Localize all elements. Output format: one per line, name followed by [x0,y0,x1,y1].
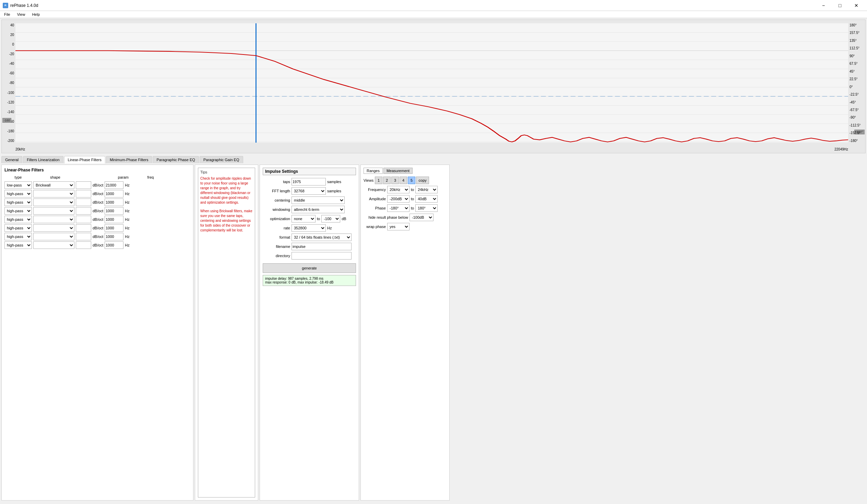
filter-type-6[interactable]: high-pass [4,233,32,240]
phase-label: Phase [364,206,386,210]
filter-shape-6[interactable] [33,233,74,240]
centering-select[interactable]: middle use closest perfect impulse [291,196,345,204]
filter-shape-2[interactable] [33,199,74,206]
close-button[interactable]: ✕ [848,0,864,11]
filename-input[interactable] [291,243,352,250]
left-marker[interactable]: -160 [2,118,11,123]
amp-from-select[interactable]: -200dB [387,195,409,203]
directory-input[interactable] [291,252,352,259]
filter-freq-5[interactable] [105,224,124,232]
filter-shape-5[interactable] [33,224,74,232]
tab-ranges[interactable]: Ranges [364,168,383,174]
optimization-label: optimization [263,217,290,221]
tab-filters-linearization[interactable]: Filters Linearization [23,156,63,163]
filter-type-3[interactable]: high-pass [4,207,32,215]
filter-type-4[interactable]: high-pass [4,216,32,223]
taps-input[interactable]: 1975 [291,178,326,185]
filter-freq-0[interactable] [105,181,124,189]
filter-freq-3[interactable] [105,207,124,215]
frequency-row: Frequency 20kHz to 24kHz [364,186,447,193]
window-title: rePhase 1.4.0d [10,3,38,8]
filter-param-1[interactable] [76,190,91,197]
filter-shape-7[interactable] [33,242,74,249]
freq-from-select[interactable]: 20kHz [387,186,409,193]
view-btn-4[interactable]: 4 [399,176,407,184]
filter-type-0[interactable]: low-pass [4,181,32,189]
filter-param-7[interactable] [76,242,91,249]
view-btn-copy[interactable]: copy [416,176,429,184]
tab-paragraphic-gain-eq[interactable]: Paragraphic Gain EQ [200,156,243,163]
filter-freq-4[interactable] [105,216,124,223]
view-btn-2[interactable]: 2 [383,176,390,184]
filter-param-5[interactable] [76,224,91,232]
filter-type-7[interactable]: high-pass [4,242,32,249]
graph-area[interactable] [15,23,848,143]
filter-param-2[interactable] [76,199,91,206]
tabs-bar: General Filters Linearization Linear-Pha… [0,154,867,163]
view-btn-5[interactable]: 5 [408,176,415,184]
fft-select[interactable]: 32768 [291,187,326,195]
optimization-db-unit: dB [342,217,346,221]
filter-type-5[interactable]: high-pass [4,224,32,232]
y-axis-left: 40 20 0 -20 -40 -60 -80 -100 -120 -140 -… [2,23,15,143]
minimize-button[interactable]: − [815,0,831,11]
tab-paragraphic-phase-eq[interactable]: Paragraphic Phase EQ [153,156,199,163]
filter-freq-2[interactable] [105,199,124,206]
tab-minimum-phase-filters[interactable]: Minimum-Phase Filters [106,156,152,163]
phase-from-select[interactable]: -180° [387,204,409,212]
impulse-panel: Impulse Settings taps 1975 samples FFT l… [260,164,359,501]
amp-to-select[interactable]: 40dB [415,195,438,203]
wrap-label: wrap phase [364,225,386,229]
tab-measurement[interactable]: Measurement [383,168,413,174]
filter-shape-3[interactable] [33,207,74,215]
fft-row: FFT length 32768 samples [263,187,356,195]
filter-param-4[interactable] [76,216,91,223]
filter-param-3[interactable] [76,207,91,215]
format-row: format 32 / 64 bits floats lines (.txt) [263,234,356,241]
filename-label: filename [263,245,290,249]
filter-freq-unit-3: Hz [125,209,129,213]
format-select[interactable]: 32 / 64 bits floats lines (.txt) [291,234,352,241]
menu-view[interactable]: View [14,12,28,17]
freq-to-select[interactable]: 24kHz [415,186,438,193]
filter-type-1[interactable]: high-pass [4,190,32,197]
optimization-to: to [317,217,320,221]
phase-to-select[interactable]: 180° [415,204,438,212]
filter-freq-1[interactable] [105,190,124,197]
view-btn-1[interactable]: 1 [375,176,382,184]
filter-row-4: high-pass dB/oct Hz [4,216,190,223]
amplitude-label: Amplitude [364,197,386,201]
optimization-select[interactable]: none [291,215,315,223]
hide-select[interactable]: -100dB [409,214,434,221]
phase-to-label: to [411,206,414,210]
impulse-status-1: impulse delay: 987 samples, 2.798 ms [265,277,354,280]
fft-unit: samples [327,189,341,193]
format-label: format [263,235,290,239]
menu-help[interactable]: Help [29,12,43,17]
filter-param-6[interactable] [76,233,91,240]
windowing-select[interactable]: albrecht 6-term [291,206,345,213]
filter-type-2[interactable]: high-pass [4,199,32,206]
rate-select[interactable]: 352800 [291,224,326,232]
tips-title: Tips [200,170,253,174]
optimization-db-select[interactable]: -100 [321,215,340,223]
tab-linear-phase-filters[interactable]: Linear-Phase Filters [64,156,105,163]
tab-general[interactable]: General [1,156,22,163]
filter-freq-7[interactable] [105,242,124,249]
hide-phase-row: hide result phase below -100dB [364,214,447,221]
filter-freq-6[interactable] [105,233,124,240]
tips-text1: Check for amplitude ripples down to your… [200,176,253,205]
generate-button[interactable]: generate [263,263,356,273]
filter-shape-4[interactable] [33,216,74,223]
filter-shape-1[interactable] [33,190,74,197]
view-btn-3[interactable]: 3 [391,176,399,184]
filter-shape-0[interactable]: Brickwall [33,181,74,189]
ranges-tab-bar: Ranges Measurement [364,168,447,174]
filters-header: type shape param freq [4,175,190,179]
menu-file[interactable]: File [1,12,13,17]
maximize-button[interactable]: □ [832,0,848,11]
wrap-select[interactable]: yes [387,223,409,230]
filter-param-0[interactable] [76,181,91,189]
app-icon: R [3,3,8,8]
impulse-status: impulse delay: 987 samples, 2.798 ms max… [263,275,356,286]
